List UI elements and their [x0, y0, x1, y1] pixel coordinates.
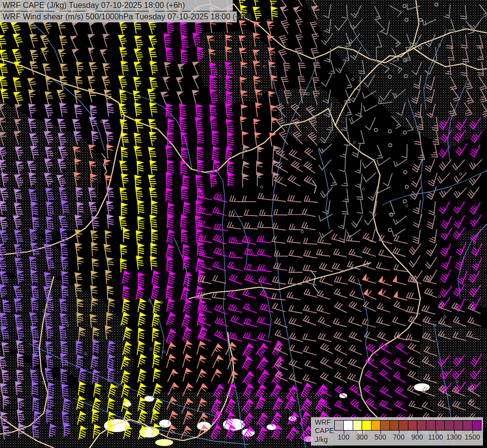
cape-legend: WRF CAPE J/kg 10030050070090011001300150…	[311, 417, 483, 446]
legend-color-cell	[426, 421, 435, 430]
legend-color-cell	[353, 421, 362, 430]
legend-color-cell	[344, 421, 353, 430]
legend-color-cell	[399, 421, 408, 430]
cape-patch	[414, 383, 430, 391]
legend-color-cell	[408, 421, 417, 430]
map-title-shear: WRF Wind shear (m/s) 500/1000hPa Tuesday…	[0, 11, 237, 22]
legend-title-model: WRF	[315, 418, 331, 426]
cape-patch	[155, 439, 173, 446]
legend-title-units: J/kg	[315, 436, 328, 444]
legend-color-cell	[390, 421, 399, 430]
legend-color-cell	[335, 421, 344, 430]
legend-tick-label: 1500	[462, 433, 484, 441]
legend-color-cell	[454, 421, 463, 430]
map-title-cape: WRF CAPE (J/kg) Tuesday 07-10-2025 18:00…	[0, 0, 233, 11]
wrf-cape-shear-map: WRF CAPE (J/kg) Tuesday 07-10-2025 18:00…	[0, 0, 487, 448]
legend-color-cell	[445, 421, 454, 430]
legend-color-cell	[362, 421, 371, 430]
legend-color-cell	[417, 421, 426, 430]
map-canvas	[0, 0, 487, 448]
legend-color-cell	[473, 421, 481, 430]
legend-color-cell	[381, 421, 390, 430]
legend-colorbar	[334, 420, 482, 431]
legend-color-cell	[436, 421, 445, 430]
legend-color-cell	[463, 421, 472, 430]
legend-title-variable: CAPE	[315, 427, 334, 435]
legend-color-cell	[372, 421, 381, 430]
